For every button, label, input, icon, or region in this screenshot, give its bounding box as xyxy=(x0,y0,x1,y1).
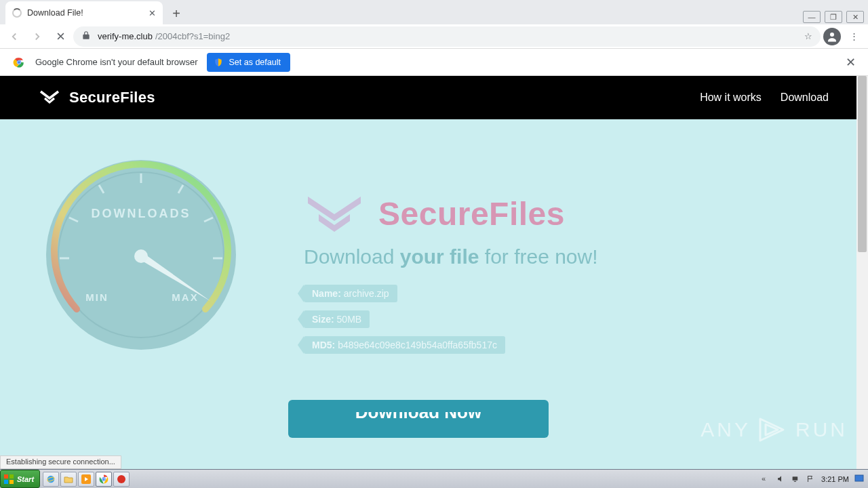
taskbar-media-icon[interactable] xyxy=(78,472,94,487)
status-bar: Establishing secure connection... xyxy=(0,455,121,469)
svg-point-27 xyxy=(102,478,105,481)
file-size-tag: Size: 50MB xyxy=(304,310,370,328)
tab-title: Download File! xyxy=(27,8,83,18)
address-bar[interactable]: verify-me.club/2004cbf?s1=bing2 ☆ xyxy=(73,26,821,47)
infobar-close-icon[interactable]: ✕ xyxy=(846,55,856,70)
hero-chevron-icon xyxy=(304,194,365,233)
lock-icon xyxy=(81,30,91,42)
taskbar-chrome-icon[interactable] xyxy=(96,472,112,487)
brand[interactable]: SecureFiles xyxy=(39,89,155,106)
browser-toolbar: verify-me.club/2004cbf?s1=bing2 ☆ ⋮ xyxy=(0,24,868,49)
taskbar-ie-icon[interactable] xyxy=(43,472,59,487)
site-nav: How it works Download xyxy=(700,92,829,104)
svg-rect-30 xyxy=(794,481,796,481)
svg-point-21 xyxy=(47,475,55,483)
url-domain: verify-me.club xyxy=(98,31,153,41)
svg-point-3 xyxy=(18,60,20,63)
browser-titlebar: Download File! ✕ + — ❐ ✕ xyxy=(0,0,868,24)
set-default-button[interactable]: Set as default xyxy=(207,53,290,72)
tray-show-desktop-icon[interactable] xyxy=(854,474,864,484)
tab-close-icon[interactable]: ✕ xyxy=(149,8,156,18)
tray-expand-icon[interactable]: « xyxy=(762,474,771,484)
tray-volume-icon[interactable] xyxy=(776,474,786,484)
gauge-min: MIN xyxy=(85,291,108,303)
loading-spinner-icon xyxy=(12,8,22,18)
file-name-tag: Name: archive.zip xyxy=(304,285,397,302)
hero: DOWNLOADS MIN MAX SecureFiles Download y… xyxy=(0,119,868,357)
shield-icon xyxy=(214,58,223,67)
browser-tab[interactable]: Download File! ✕ xyxy=(5,1,163,24)
brand-chevron-icon xyxy=(39,90,60,105)
tray-clock[interactable]: 3:21 PM xyxy=(821,475,849,483)
window-minimize-icon[interactable]: — xyxy=(803,11,821,23)
svg-rect-17 xyxy=(4,474,8,479)
anyrun-watermark: ANY RUN xyxy=(701,416,848,443)
svg-point-14 xyxy=(134,249,148,263)
windows-taskbar: Start « 3:21 PM xyxy=(0,469,868,488)
window-close-icon[interactable]: ✕ xyxy=(846,11,864,23)
window-maximize-icon[interactable]: ❐ xyxy=(825,11,842,23)
svg-rect-31 xyxy=(855,475,863,481)
play-icon xyxy=(757,416,789,443)
file-md5-tag: MD5: b489e64c09e8c149b54a0ffa65fb517c xyxy=(304,336,505,354)
tray-network-icon[interactable] xyxy=(791,474,801,484)
page-viewport: SecureFiles How it works Download xyxy=(0,76,868,469)
svg-rect-19 xyxy=(4,480,8,484)
system-tray: « 3:21 PM xyxy=(757,474,868,484)
nav-download[interactable]: Download xyxy=(781,92,829,104)
infobar-text: Google Chrome isn't your default browser xyxy=(35,57,197,67)
url-path: /2004cbf?s1=bing2 xyxy=(155,31,230,41)
svg-rect-18 xyxy=(9,474,14,479)
forward-button[interactable] xyxy=(27,26,47,47)
stop-button[interactable] xyxy=(50,26,71,47)
taskbar-app-icon[interactable] xyxy=(113,472,130,487)
hero-brand-name: SecureFiles xyxy=(378,195,565,232)
tray-flag-icon[interactable] xyxy=(806,474,816,484)
gauge: DOWNLOADS MIN MAX xyxy=(39,153,243,357)
gauge-max: MAX xyxy=(172,291,198,303)
start-label: Start xyxy=(17,475,34,483)
kebab-menu-icon[interactable]: ⋮ xyxy=(844,26,864,47)
nav-how-it-works[interactable]: How it works xyxy=(700,92,762,104)
svg-marker-15 xyxy=(308,197,361,221)
brand-name: SecureFiles xyxy=(69,89,155,106)
scrollbar-thumb[interactable] xyxy=(858,76,867,252)
default-browser-infobar: Google Chrome isn't your default browser… xyxy=(0,49,868,76)
start-button[interactable]: Start xyxy=(0,470,40,488)
site-header: SecureFiles How it works Download xyxy=(0,76,868,119)
new-tab-button[interactable]: + xyxy=(167,4,186,23)
back-button[interactable] xyxy=(4,26,24,47)
subheadline: Download your file for free now! xyxy=(304,245,598,268)
profile-avatar-icon[interactable] xyxy=(823,28,841,45)
download-now-button[interactable]: Download Now xyxy=(288,400,549,438)
gauge-title: DOWNLOADS xyxy=(92,207,191,220)
svg-point-28 xyxy=(117,475,125,483)
hero-brand: SecureFiles xyxy=(304,194,598,233)
vertical-scrollbar[interactable] xyxy=(856,76,868,469)
taskbar-explorer-icon[interactable] xyxy=(60,472,77,487)
chrome-logo-icon xyxy=(12,56,26,69)
bookmark-star-icon[interactable]: ☆ xyxy=(804,31,812,41)
svg-rect-29 xyxy=(793,476,798,480)
set-default-label: Set as default xyxy=(229,58,280,67)
svg-rect-20 xyxy=(9,480,14,484)
svg-point-0 xyxy=(830,33,834,37)
